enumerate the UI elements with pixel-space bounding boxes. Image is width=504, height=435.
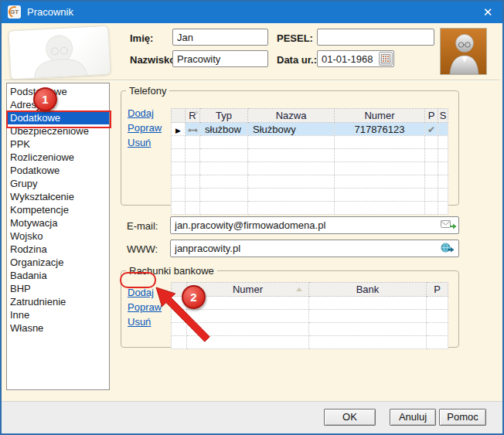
rachunki-empty-row: [172, 336, 448, 349]
telefony-legend: Telefony: [126, 85, 169, 97]
rachunki-header-row: NumerBankP: [172, 283, 448, 297]
data-ur-label: Data ur.:: [277, 54, 317, 66]
www-field: [170, 240, 459, 257]
sidebar-item-rozliczeniowe[interactable]: Rozliczeniowe: [7, 151, 109, 164]
send-email-icon[interactable]: [441, 219, 456, 230]
calendar-icon: [381, 54, 390, 63]
telefony-empty-row: [172, 149, 448, 162]
sidebar-item-zatrudnienie[interactable]: Zatrudnienie: [7, 295, 109, 308]
sidebar-item-ppk[interactable]: PPK: [7, 138, 109, 151]
cell-typ: służbow: [200, 123, 248, 136]
sidebar-item-inne[interactable]: Inne: [7, 308, 109, 321]
rachunki-links: DodajPoprawUsuń: [128, 287, 169, 331]
sidebar-item-wlasne[interactable]: Własne: [7, 321, 109, 335]
telefony-empty-row: [172, 162, 448, 175]
sidebar-item-organizacje[interactable]: Organizacje: [7, 256, 109, 269]
rachunki-empty-row: [172, 310, 448, 323]
rachunki-empty-row: [172, 297, 448, 310]
cell-numer: 717876123: [335, 123, 425, 136]
anuluj-button[interactable]: Anuluj: [390, 409, 436, 426]
open-www-icon[interactable]: [441, 243, 456, 253]
telefony-col-typ[interactable]: Typ: [200, 109, 248, 123]
sidebar-item-kompetencje[interactable]: Kompetencje: [7, 203, 109, 216]
sidebar-item-badania[interactable]: Badania: [7, 269, 109, 282]
nazwisko-input[interactable]: [172, 50, 268, 67]
sidebar-item-podstawowe[interactable]: Podstawowe: [7, 85, 109, 98]
cell-rodzaj: [186, 123, 200, 136]
rachunki-table-wrap: NumerBankP: [171, 282, 448, 349]
telefony-empty-row: [172, 189, 448, 202]
telefony-header-row: RTypNazwaNumerPS: [172, 109, 448, 123]
employee-photo[interactable]: [440, 28, 487, 75]
rachunki-col-p[interactable]: P: [427, 283, 448, 297]
app-logo-icon: GT: [8, 5, 21, 19]
ok-button[interactable]: OK: [324, 409, 376, 426]
titlebar[interactable]: GT Pracownik ✕: [2, 2, 502, 23]
cell-nazwa: Służbowy: [248, 123, 335, 136]
telefony-empty-row: [172, 136, 448, 149]
sidebar-item-motywacja[interactable]: Motywacja: [7, 216, 109, 229]
sidebar-item-bhp[interactable]: BHP: [7, 282, 109, 295]
telefony-links: DodajPoprawUsuń: [128, 107, 169, 151]
telefony-table-wrap: RTypNazwaNumerPS▶służbowSłużbowy71787612…: [171, 108, 448, 215]
telefony-col-numer[interactable]: Numer: [335, 109, 425, 123]
row-selector-icon: ▶: [175, 127, 181, 134]
telefony-group: Telefony DodajPoprawUsuń RTypNazwaNumerP…: [121, 85, 459, 206]
rachunki-group: Rachunki bankowe DodajPoprawUsuń NumerBa…: [121, 265, 459, 348]
email-label: E-mail:: [127, 220, 158, 232]
telefony-empty-row: [172, 175, 448, 189]
sidebar-item-wojsko[interactable]: Wojsko: [7, 229, 109, 243]
sidebar-item-rodzina[interactable]: Rodzina: [7, 243, 109, 256]
close-button[interactable]: ✕: [475, 2, 501, 23]
telefony-col-selector[interactable]: [172, 109, 186, 123]
cell-s: [438, 123, 448, 136]
pomoc-button[interactable]: Pomoc: [439, 409, 486, 426]
www-input[interactable]: [170, 240, 459, 257]
telefony-col-r[interactable]: R: [186, 109, 200, 123]
telefony-usun-link[interactable]: Usuń: [128, 137, 169, 151]
telefony-empty-row: [172, 202, 448, 215]
telefony-col-nazwa[interactable]: Nazwa: [248, 109, 335, 123]
sidebar-list: PodstawoweAdresyDodatkoweUbezpieczeniowe…: [6, 83, 110, 390]
telefony-table: RTypNazwaNumerPS▶służbowSłużbowy71787612…: [171, 108, 448, 215]
cell-p: ✔: [425, 123, 438, 136]
row-selector-cell: ▶: [172, 123, 186, 136]
annotation-rect-dodatkowe: [6, 110, 111, 128]
phone-icon: [188, 124, 198, 135]
header-divider: [5, 80, 499, 81]
sidebar-item-adresy[interactable]: Adresy: [7, 98, 109, 111]
sidebar-item-wyksztalcenie[interactable]: Wykształcenie: [7, 190, 109, 203]
data-ur-field: [317, 50, 394, 67]
imie-input[interactable]: [172, 29, 268, 46]
rachunki-col-bank[interactable]: Bank: [309, 283, 427, 297]
rachunki-dodaj-link[interactable]: Dodaj: [128, 287, 169, 301]
email-field: [170, 216, 459, 234]
telefony-popraw-link[interactable]: Popraw: [128, 122, 169, 137]
pesel-input[interactable]: [317, 29, 434, 46]
calendar-button[interactable]: [379, 52, 393, 66]
rachunki-table: NumerBankP: [171, 282, 448, 349]
footer-bar: OKAnulujPomoc: [2, 401, 502, 433]
annotation-step2-badge: 2: [182, 285, 206, 309]
telefony-dodaj-link[interactable]: Dodaj: [128, 107, 169, 122]
sidebar-item-grupy[interactable]: Grupy: [7, 177, 109, 190]
window-title: Pracownik: [27, 6, 73, 18]
sort-indicator-icon: [194, 110, 199, 114]
dialog-content: Imię: PESEL: Nazwisko: Data ur.:: [2, 23, 502, 402]
pesel-label: PESEL:: [277, 32, 313, 44]
rachunki-empty-row: [172, 323, 448, 336]
sort-ascending-icon: [296, 287, 302, 291]
check-icon: ✔: [427, 124, 435, 135]
annotation-rect-dodaj: [120, 272, 156, 288]
close-icon: ✕: [483, 5, 493, 19]
rachunki-usun-link[interactable]: Usuń: [128, 316, 169, 331]
annotation-step1-badge: 1: [33, 87, 57, 111]
telefony-col-p[interactable]: P: [425, 109, 438, 123]
email-input[interactable]: [170, 216, 459, 234]
pracownik-window: GT Pracownik ✕ Imię: PESEL: Nazwisko: Da…: [0, 0, 504, 435]
telefony-row[interactable]: ▶służbowSłużbowy717876123✔: [172, 123, 448, 136]
telefony-col-s[interactable]: S: [438, 109, 448, 123]
id-card-graphic: [8, 25, 111, 80]
sidebar-item-podatkowe[interactable]: Podatkowe: [7, 164, 109, 177]
rachunki-popraw-link[interactable]: Popraw: [128, 301, 169, 316]
